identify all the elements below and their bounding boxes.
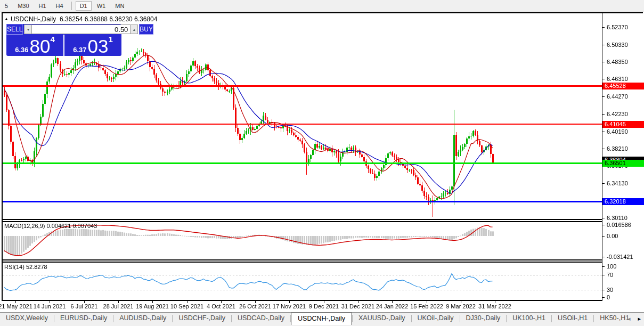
collapse-icon[interactable]: ▲ bbox=[4, 17, 9, 21]
chart-tab-xauusd-daily[interactable]: XAUUSD-,Daily bbox=[353, 313, 411, 324]
date-axis-label: 31 Mar 2022 bbox=[478, 303, 511, 309]
hline-price-tag[interactable]: 6.36501 bbox=[602, 160, 644, 167]
price-tick-label: 6.30110 bbox=[607, 215, 627, 221]
timeframe-button-d1[interactable]: D1 bbox=[76, 1, 92, 11]
chart-tab-dj30-daily[interactable]: DJ30-,Daily bbox=[460, 313, 507, 324]
price-tick-label: 6.44270 bbox=[607, 93, 628, 100]
buy-price[interactable]: 6.37031 bbox=[64, 35, 121, 56]
volume-input[interactable] bbox=[32, 25, 130, 34]
toolbar-separator bbox=[71, 2, 72, 10]
date-axis-label: 24 Jan 2022 bbox=[376, 303, 409, 309]
sell-price[interactable]: 6.36804 bbox=[6, 35, 64, 56]
sell-price-small: 6.36 bbox=[15, 46, 28, 54]
date-axis-label: 21 May 2021 bbox=[0, 303, 32, 309]
price-tick-label: 6.48350 bbox=[607, 59, 628, 65]
tab-scroll-controls: ◂ ▸ bbox=[627, 315, 641, 322]
price-tick-label: 6.50330 bbox=[607, 42, 628, 48]
sell-price-big: 80 bbox=[30, 38, 51, 54]
timeframe-button-h4[interactable]: H4 bbox=[52, 1, 68, 11]
macd-scale-label: -0.031421 bbox=[607, 254, 633, 260]
volume-spinner: ▼ ▲ bbox=[24, 25, 138, 34]
tab-scroll-right-icon[interactable]: ▸ bbox=[638, 315, 641, 322]
volume-up-button[interactable]: ▲ bbox=[130, 25, 138, 34]
chart-symbol-period: USDCNH-,Daily bbox=[11, 15, 56, 23]
macd-indicator-label: MACD(12,26,9) 0.004621 0.007043 bbox=[4, 223, 97, 229]
tab-scroll-left-icon[interactable]: ◂ bbox=[627, 315, 631, 322]
chart-ohlc-quotes: 6.36254 6.36888 6.36230 6.36804 bbox=[60, 15, 158, 23]
date-axis-label: 15 Feb 2022 bbox=[410, 303, 443, 309]
hline-price-tag[interactable]: 6.45528 bbox=[602, 83, 644, 89]
buy-price-sup: 1 bbox=[108, 36, 112, 43]
date-axis-label: 4 Oct 2021 bbox=[207, 303, 235, 309]
price-tick-label: 6.40190 bbox=[607, 128, 628, 135]
date-axis-label: 26 Oct 2021 bbox=[239, 303, 271, 309]
buy-price-small: 6.37 bbox=[73, 46, 86, 54]
rsi-scale-label: 0 bbox=[607, 294, 610, 300]
date-axis-label: 6 Jul 2021 bbox=[71, 303, 98, 309]
timeframe-button-5[interactable]: 5 bbox=[1, 1, 12, 11]
chart-tab-usdcad-daily[interactable]: USDCAD-,Daily bbox=[232, 313, 290, 324]
date-axis-label: 19 Aug 2021 bbox=[136, 303, 169, 309]
buy-button[interactable]: BUY bbox=[139, 24, 153, 35]
timeframe-toolbar: 5M30H1H4D1W1MN bbox=[0, 0, 644, 12]
price-tick-label: 6.46310 bbox=[607, 76, 628, 82]
timeframe-button-w1[interactable]: W1 bbox=[93, 1, 110, 11]
date-axis-label: 9 Mar 2022 bbox=[446, 303, 476, 309]
price-tick-label: 6.34130 bbox=[607, 180, 628, 186]
chart-tab-uk100-h1[interactable]: UK100-,H1 bbox=[507, 313, 551, 324]
timeframe-button-h1[interactable]: H1 bbox=[35, 1, 51, 11]
date-axis-label: 17 Nov 2021 bbox=[273, 303, 306, 309]
one-click-trading-widget: SELL ▼ ▲ BUY 6.36804 6.37031 bbox=[6, 24, 121, 56]
date-axis-label: 14 Jun 2021 bbox=[34, 303, 66, 309]
macd-scale-label: 0.016586 bbox=[607, 222, 631, 228]
rsi-scale-label: 100 bbox=[607, 263, 616, 270]
date-axis-label: 31 Dec 2021 bbox=[341, 303, 374, 309]
sell-button[interactable]: SELL bbox=[6, 24, 23, 35]
macd-scale-label: 0.00 bbox=[607, 233, 618, 239]
chart-tab-usdchf-daily[interactable]: USDCHF-,Daily bbox=[173, 313, 231, 324]
chart-tab-usdx-weekly[interactable]: USDX,Weekly bbox=[0, 313, 54, 324]
date-axis-label: 9 Dec 2021 bbox=[309, 303, 339, 309]
price-tick-label: 6.42230 bbox=[607, 111, 628, 117]
chart-tab-audusd-daily[interactable]: AUDUSD-,Daily bbox=[113, 313, 172, 324]
chart-tab-bar: USDX,WeeklyEURUSD-,DailyAUDUSD-,DailyUSD… bbox=[0, 312, 644, 326]
timeframe-button-mn[interactable]: MN bbox=[111, 1, 128, 11]
trading-terminal: 5M30H1H4D1W1MN ▲USDCNH-,Daily 6.36254 6.… bbox=[0, 0, 644, 326]
chart-tab-ukoil-daily[interactable]: UKOil-,Daily bbox=[412, 313, 460, 324]
chart-title: ▲USDCNH-,Daily 6.36254 6.36888 6.36230 6… bbox=[4, 15, 157, 23]
price-tick-label: 6.52370 bbox=[607, 24, 628, 30]
date-axis-label: 28 Jul 2021 bbox=[103, 303, 134, 309]
timeframe-button-m30[interactable]: M30 bbox=[13, 1, 33, 11]
rsi-scale-label: 30 bbox=[607, 287, 613, 293]
volume-down-button[interactable]: ▼ bbox=[24, 25, 32, 34]
hline-price-tag[interactable]: 6.32018 bbox=[602, 198, 644, 205]
chart-tab-usoil-h1[interactable]: USOil-,H1 bbox=[552, 313, 593, 324]
buy-price-big: 03 bbox=[88, 38, 109, 54]
chart-tab-usdcnh-daily[interactable]: USDCNH-,Daily bbox=[291, 313, 352, 325]
hline-price-tag[interactable]: 6.41045 bbox=[602, 121, 644, 128]
sell-price-sup: 4 bbox=[50, 36, 54, 43]
rsi-indicator-label: RSI(14) 52.8278 bbox=[4, 264, 47, 270]
price-tick-label: 6.38210 bbox=[607, 145, 628, 152]
date-axis-label: 10 Sep 2021 bbox=[170, 303, 203, 309]
rsi-scale-label: 70 bbox=[607, 272, 613, 278]
chart-tab-eurusd-daily[interactable]: EURUSD-,Daily bbox=[54, 313, 113, 324]
